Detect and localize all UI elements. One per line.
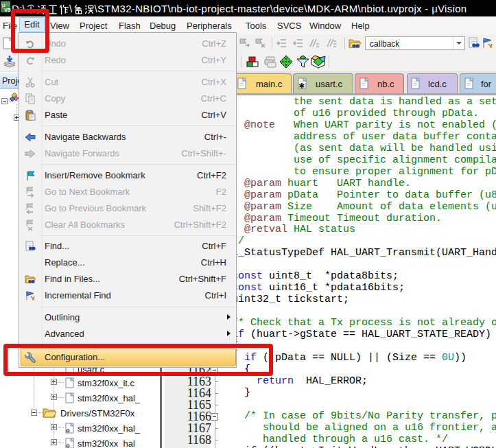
- svg-text:✱: ✱: [298, 82, 305, 90]
- svg-text:V5: V5: [4, 7, 11, 13]
